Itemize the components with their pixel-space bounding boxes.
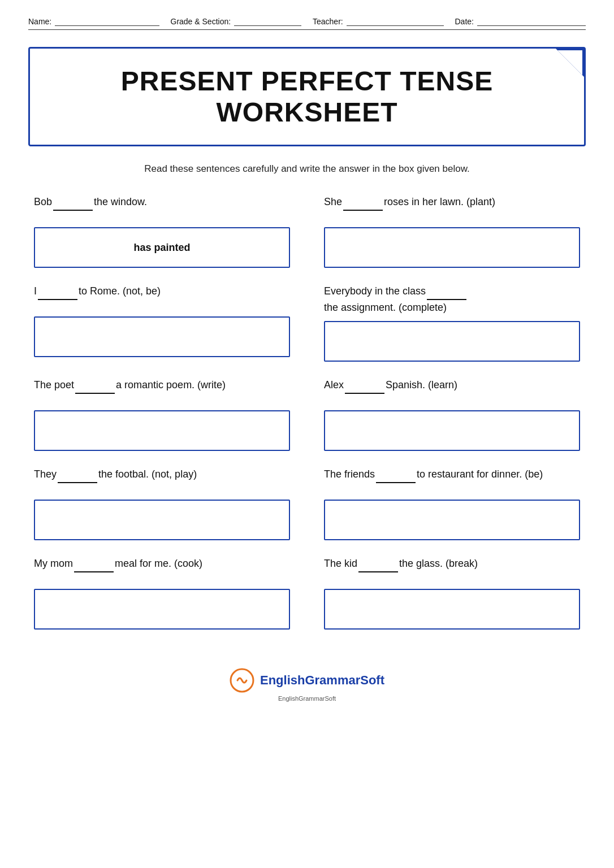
question-block-q5: The poet a romantic poem. (write)	[34, 377, 290, 451]
header-row: Name: Grade & Section: Teacher: Date:	[28, 17, 586, 30]
question-block-q10: The kid the glass. (break)	[324, 556, 580, 630]
teacher-field: Teacher:	[313, 17, 444, 26]
answer-box-q8[interactable]	[324, 500, 580, 540]
answer-box-q10[interactable]	[324, 589, 580, 630]
answer-box-q7[interactable]	[34, 500, 290, 540]
footer-sub: EnglishGrammarSoft	[278, 695, 336, 702]
name-underline	[55, 17, 159, 26]
question-text-q5: The poet a romantic poem. (write)	[34, 377, 290, 405]
title-box: PRESENT PERFECT TENSE WORKSHEET	[28, 47, 586, 146]
question-block-q3: I to Rome. (not, be)	[34, 284, 290, 362]
question-block-q9: My mom meal for me. (cook)	[34, 556, 290, 630]
answer-box-q9[interactable]	[34, 589, 290, 630]
blank-q2	[343, 194, 383, 211]
instructions-text: Read these sentences carefully and write…	[28, 163, 586, 175]
brand-logo-icon	[230, 668, 254, 693]
blank-q10	[358, 556, 398, 572]
question-block-q2: She roses in her lawn. (plant)	[324, 194, 580, 268]
question-text-q2: She roses in her lawn. (plant)	[324, 194, 580, 222]
question-block-q7: They the footbal. (not, play)	[34, 467, 290, 540]
blank-q7	[58, 467, 97, 483]
date-label: Date:	[455, 17, 474, 26]
answer-box-q2[interactable]	[324, 227, 580, 268]
question-text-q3: I to Rome. (not, be)	[34, 284, 290, 311]
footer: EnglishGrammarSoft EnglishGrammarSoft	[28, 668, 586, 702]
answer-box-q4[interactable]	[324, 321, 580, 362]
question-block-q4: Everybody in the class the assignment. (…	[324, 284, 580, 362]
question-text-q7: They the footbal. (not, play)	[34, 467, 290, 494]
questions-grid: Bob the window. has painted She roses in…	[34, 194, 580, 645]
answer-box-q3[interactable]	[34, 316, 290, 357]
blank-q6	[345, 377, 384, 394]
question-text-q9: My mom meal for me. (cook)	[34, 556, 290, 583]
grade-underline	[234, 17, 301, 26]
question-block-q6: Alex Spanish. (learn)	[324, 377, 580, 451]
question-block-q1: Bob the window. has painted	[34, 194, 290, 268]
footer-logo: EnglishGrammarSoft	[230, 668, 384, 693]
blank-q1	[53, 194, 93, 211]
answer-box-q1[interactable]: has painted	[34, 227, 290, 268]
question-text-q10: The kid the glass. (break)	[324, 556, 580, 583]
teacher-underline	[347, 17, 444, 26]
question-block-q8: The friends to restaurant for dinner. (b…	[324, 467, 580, 540]
question-text-q4: Everybody in the class the assignment. (…	[324, 284, 580, 315]
brand-name: EnglishGrammarSoft	[260, 673, 384, 688]
blank-q8	[376, 467, 416, 483]
answer-box-q6[interactable]	[324, 410, 580, 451]
date-field: Date:	[455, 17, 586, 26]
blank-q5	[75, 377, 115, 394]
blank-q3	[38, 284, 77, 300]
question-text-q8: The friends to restaurant for dinner. (b…	[324, 467, 580, 494]
grade-field: Grade & Section:	[171, 17, 302, 26]
question-text-q1: Bob the window.	[34, 194, 290, 222]
grade-label: Grade & Section:	[171, 17, 231, 26]
blank-q9	[74, 556, 114, 572]
name-field: Name:	[28, 17, 159, 26]
date-underline	[477, 17, 586, 26]
question-text-q6: Alex Spanish. (learn)	[324, 377, 580, 405]
name-label: Name:	[28, 17, 51, 26]
blank-q4	[427, 284, 466, 300]
worksheet-title: PRESENT PERFECT TENSE WORKSHEET	[53, 66, 561, 128]
teacher-label: Teacher:	[313, 17, 343, 26]
answer-box-q5[interactable]	[34, 410, 290, 451]
